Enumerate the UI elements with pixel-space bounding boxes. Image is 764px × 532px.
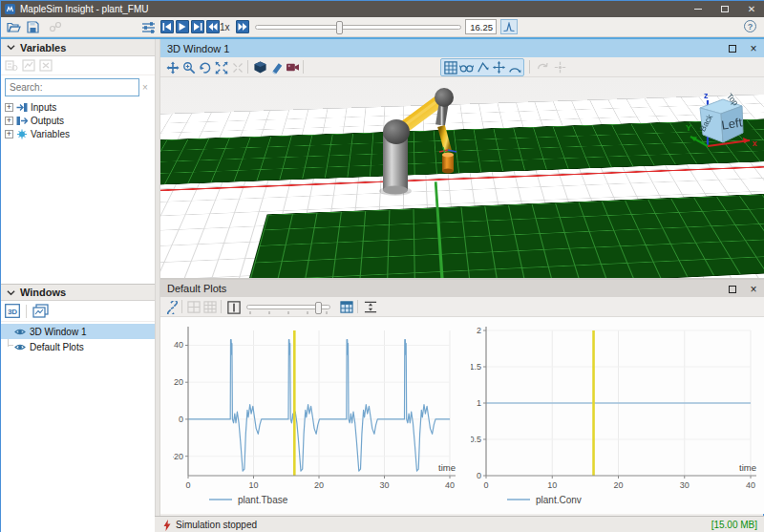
rotate-button[interactable] <box>197 59 213 75</box>
x-tick-label: 0 <box>185 480 190 490</box>
axes-glasses-icon <box>459 61 474 74</box>
link-cursors-button[interactable] <box>164 299 180 315</box>
plots-maximize-button[interactable] <box>725 282 740 296</box>
collapse-view-button[interactable] <box>229 59 245 75</box>
visibility-eye-icon[interactable] <box>14 327 26 337</box>
window-item-label: Default Plots <box>30 342 84 352</box>
show-values-table-button[interactable] <box>338 299 354 315</box>
zoom-button[interactable] <box>180 59 197 75</box>
windows-panel-title: Windows <box>20 287 66 298</box>
skip-to-start-button[interactable] <box>160 20 174 33</box>
outputs-icon <box>16 116 28 126</box>
watch-variable-icon[interactable] <box>5 59 18 72</box>
reset-view-button[interactable] <box>535 59 551 75</box>
search-input[interactable] <box>5 78 139 96</box>
magnifier-icon <box>182 61 196 74</box>
window-list-item-3d[interactable]: 3D Window 1 <box>1 324 155 339</box>
show-force-arrows-button[interactable] <box>475 59 491 75</box>
fast-forward-icon <box>238 23 247 31</box>
dense-layout-button[interactable] <box>202 299 218 315</box>
expand-icon[interactable]: + <box>5 103 13 112</box>
cursor-slider[interactable] <box>246 305 330 309</box>
time-value-field[interactable]: 16.25 <box>465 19 497 34</box>
search-clear-icon[interactable]: × <box>142 82 148 93</box>
save-icon <box>27 21 39 33</box>
cursor-toggle-button[interactable] <box>225 299 242 315</box>
3d-close-button[interactable]: × <box>746 41 761 55</box>
y-tick-label: 1.5 <box>471 362 481 372</box>
3d-viewport[interactable]: x Y z Top Back Left <box>160 77 764 278</box>
y-tick-label: 1 <box>477 398 481 408</box>
view-cube[interactable]: x Y z Top Back Left <box>683 83 757 158</box>
wireframe-toggle-button[interactable] <box>268 59 285 75</box>
table-icon <box>340 301 353 313</box>
visibility-eye-icon[interactable] <box>14 342 26 352</box>
3d-maximize-button[interactable] <box>725 41 740 55</box>
plots-area[interactable]: 010203040-2002040timeplant.Tbase 0102030… <box>160 317 764 514</box>
play-button[interactable] <box>176 20 189 33</box>
show-trace-button[interactable] <box>506 59 522 75</box>
pan-button[interactable] <box>164 59 180 75</box>
window-list-item-plots[interactable]: Default Plots <box>1 339 155 354</box>
x-axis-title: time <box>438 462 456 473</box>
new-3d-window-icon[interactable]: 3D <box>5 304 20 318</box>
new-plot-window-icon[interactable] <box>32 304 49 318</box>
tree-item-inputs[interactable]: + Inputs <box>5 101 155 114</box>
3d-window-title: 3D Window 1 <box>167 43 229 54</box>
chart-plant-conv[interactable]: 01020304000.511.52timeplant.Conv <box>471 322 764 513</box>
chart-plant-tbase[interactable]: 010203040-2002040timeplant.Tbase <box>173 322 469 513</box>
remove-variable-icon[interactable] <box>39 59 53 72</box>
probe-values-button[interactable] <box>500 19 518 34</box>
help-button[interactable]: ? <box>744 20 756 32</box>
time-slider-thumb[interactable] <box>336 21 343 34</box>
close-icon: ✕ <box>748 4 755 14</box>
robot-arm <box>323 77 571 278</box>
plots-toolbar <box>160 297 764 317</box>
minimize-button[interactable] <box>685 1 711 17</box>
time-slider[interactable] <box>255 25 461 30</box>
close-button[interactable]: ✕ <box>738 1 764 17</box>
simulation-settings-button[interactable] <box>140 19 157 34</box>
grid-layout-button[interactable] <box>185 299 202 315</box>
speed-label: 1x <box>220 22 230 32</box>
chevron-down-icon <box>7 44 15 51</box>
faster-button[interactable] <box>236 20 249 33</box>
rewind-icon <box>208 23 218 31</box>
sidebar: Variables × + <box>1 39 155 532</box>
fit-view-button[interactable] <box>213 59 229 75</box>
save-button[interactable] <box>25 19 41 34</box>
x-axis-label: x <box>753 138 757 148</box>
plots-close-button[interactable]: × <box>746 282 761 296</box>
shaded-view-button[interactable] <box>252 59 268 75</box>
statusbar: Simulation stopped [15.00 MB] <box>155 516 764 532</box>
camera-tracking-button[interactable] <box>285 59 301 75</box>
show-joints-button[interactable] <box>491 59 507 75</box>
3d-window-titlebar[interactable]: 3D Window 1 × <box>160 39 764 57</box>
windows-panel: Windows 3D <box>1 284 155 354</box>
show-grid-button[interactable] <box>442 59 458 75</box>
expand-icon[interactable]: + <box>5 117 13 125</box>
maplesim-insight-window: MapleSim Insight - plant_FMU ✕ <box>0 0 764 532</box>
maximize-button[interactable] <box>711 1 738 17</box>
variables-panel-header[interactable]: Variables <box>1 39 155 56</box>
robot-forearm <box>440 101 448 151</box>
show-axes-button[interactable] <box>458 59 475 75</box>
link-probes-button[interactable] <box>47 19 63 34</box>
plots-window-title: Default Plots <box>167 283 226 294</box>
skip-to-end-button[interactable] <box>191 20 204 33</box>
expand-icon[interactable]: + <box>5 130 13 138</box>
open-button[interactable] <box>6 19 22 34</box>
tree-item-variables[interactable]: + Variables <box>5 128 155 140</box>
tree-item-outputs[interactable]: + Outputs <box>5 115 155 127</box>
plots-window-titlebar[interactable]: Default Plots × <box>160 280 764 297</box>
variables-icon <box>16 129 28 139</box>
fit-vertical-button[interactable] <box>362 299 378 315</box>
pen-eraser-icon <box>270 61 284 74</box>
play-icon <box>179 23 186 31</box>
window-title: MapleSim Insight - plant_FMU <box>20 4 149 14</box>
plot-variable-icon[interactable] <box>22 59 35 72</box>
follow-body-button[interactable] <box>552 59 568 75</box>
maximize-icon <box>729 45 736 53</box>
windows-panel-header[interactable]: Windows <box>1 284 155 301</box>
slower-button[interactable] <box>206 20 220 33</box>
